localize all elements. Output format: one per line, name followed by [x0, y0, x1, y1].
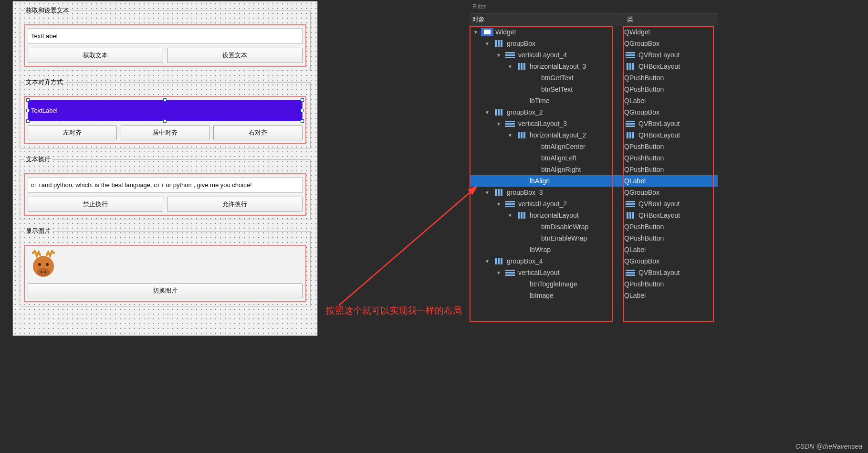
- tree-row[interactable]: ▼verticalLayout_3QVBoxLayout: [470, 118, 718, 129]
- resize-handle[interactable]: [26, 98, 30, 102]
- layout-box: c++and python, which. is the best langua…: [24, 173, 306, 216]
- object-inspector: Filter 对象 类 ▼WidgetQWidget▼groupBoxQGrou…: [470, 0, 718, 334]
- vlayout-icon: [504, 200, 516, 208]
- object-name: lbTime: [530, 97, 550, 105]
- hlayout-icon: [492, 40, 505, 47]
- expand-toggle[interactable]: ▼: [484, 41, 491, 46]
- class-name: QPushButton: [624, 85, 664, 93]
- expand-toggle[interactable]: ▼: [507, 133, 513, 138]
- expand-toggle[interactable]: ▼: [495, 270, 502, 275]
- groupbox-title: 获取和设置文本: [24, 6, 71, 15]
- vlayout-icon: [624, 51, 637, 59]
- tree-row[interactable]: lbWrapQLabel: [470, 244, 718, 255]
- tree-row[interactable]: lbImageQLabel: [470, 290, 718, 301]
- object-name: groupBox: [507, 40, 535, 47]
- groupbox-image: 显示图片 切换图片: [20, 227, 311, 306]
- vlayout-icon: [624, 269, 637, 276]
- btn-enable-wrap[interactable]: 允许换行: [167, 197, 303, 212]
- tree-row[interactable]: ▼groupBox_2QGroupBox: [470, 106, 718, 118]
- expand-toggle[interactable]: ▼: [472, 30, 479, 35]
- tree-row[interactable]: ▼horizontalLayoutQHBoxLayout: [470, 210, 718, 221]
- hlayout-icon: [624, 63, 637, 70]
- tree-row[interactable]: btnToggleImageQPushButton: [470, 278, 718, 290]
- expand-toggle[interactable]: ▼: [507, 64, 513, 69]
- class-name: QWidget: [624, 28, 650, 36]
- expand-toggle[interactable]: ▼: [484, 190, 491, 195]
- resize-handle[interactable]: [26, 119, 30, 123]
- hlayout-icon: [624, 131, 637, 139]
- expand-toggle[interactable]: ▼: [495, 53, 502, 58]
- tree-row[interactable]: btnAlignCenterQPushButton: [470, 141, 718, 152]
- groupbox-align: 文本对齐方式 TextLabel 左对齐 居中对齐 右对齐: [20, 78, 311, 148]
- svg-line-6: [339, 186, 477, 306]
- object-name: btnEnableWrap: [541, 234, 587, 242]
- expand-toggle[interactable]: ▼: [484, 110, 491, 115]
- expand-toggle[interactable]: ▼: [495, 121, 502, 126]
- resize-handle[interactable]: [301, 98, 304, 102]
- designer-canvas: 获取和设置文本 TextLabel 获取文本 设置文本 文本对齐方式 TextL…: [12, 1, 318, 336]
- tree-row[interactable]: lbAlignQLabel: [470, 175, 718, 187]
- btn-set-text[interactable]: 设置文本: [167, 48, 303, 63]
- class-name: QHBoxLayout: [638, 131, 680, 139]
- object-name: verticalLayout: [518, 269, 559, 276]
- vlayout-icon: [504, 269, 516, 276]
- svg-point-3: [46, 263, 49, 266]
- moose-icon: [28, 249, 59, 280]
- inspector-header: 对象 类: [470, 13, 718, 26]
- object-name: btnAlignLeft: [541, 154, 576, 162]
- tree-row[interactable]: btnAlignRightQPushButton: [470, 164, 718, 175]
- resize-handle[interactable]: [163, 98, 167, 102]
- hlayout-icon: [515, 131, 528, 139]
- expand-toggle[interactable]: ▼: [507, 213, 513, 218]
- tree-row[interactable]: btnAlignLeftQPushButton: [470, 152, 718, 164]
- btn-align-center[interactable]: 居中对齐: [121, 125, 210, 140]
- groupbox-title: 显示图片: [24, 227, 52, 235]
- tree-row[interactable]: ▼groupBoxQGroupBox: [470, 38, 718, 49]
- expand-toggle[interactable]: ▼: [484, 259, 491, 264]
- btn-get-text[interactable]: 获取文本: [28, 48, 163, 63]
- object-name: btnAlignRight: [541, 166, 581, 173]
- tree-row[interactable]: ▼groupBox_3QGroupBox: [470, 187, 718, 198]
- expand-toggle[interactable]: ▼: [495, 201, 502, 207]
- btn-toggle-image[interactable]: 切换图片: [28, 283, 303, 298]
- selected-label[interactable]: TextLabel: [28, 100, 303, 121]
- resize-handle[interactable]: [163, 119, 167, 123]
- object-tree[interactable]: ▼WidgetQWidget▼groupBoxQGroupBox▼vertica…: [470, 26, 718, 301]
- tree-row[interactable]: btnEnableWrapQPushButton: [470, 232, 718, 244]
- column-object[interactable]: 对象: [470, 13, 624, 26]
- tree-row[interactable]: ▼groupBox_4QGroupBox: [470, 255, 718, 267]
- object-name: lbImage: [530, 292, 554, 299]
- class-name: QPushButton: [624, 74, 664, 82]
- class-name: QGroupBox: [624, 40, 659, 47]
- object-name: btnDisableWrap: [541, 223, 588, 231]
- tree-row[interactable]: lbTimeQLabel: [470, 95, 718, 106]
- object-name: lbWrap: [530, 246, 551, 253]
- tree-row[interactable]: btnGetTextQPushButton: [470, 72, 718, 84]
- class-name: QLabel: [624, 246, 646, 253]
- btn-align-right[interactable]: 右对齐: [213, 125, 303, 140]
- class-name: QPushButton: [624, 280, 664, 288]
- tree-row[interactable]: btnDisableWrapQPushButton: [470, 221, 718, 232]
- tree-row[interactable]: ▼horizontalLayout_3QHBoxLayout: [470, 61, 718, 72]
- tree-row[interactable]: ▼WidgetQWidget: [470, 26, 718, 38]
- tree-row[interactable]: btnSetTextQPushButton: [470, 84, 718, 95]
- filter-input[interactable]: Filter: [470, 0, 718, 13]
- column-class[interactable]: 类: [624, 13, 718, 26]
- btn-align-left[interactable]: 左对齐: [28, 125, 117, 140]
- tree-row[interactable]: ▼verticalLayoutQVBoxLayout: [470, 267, 718, 278]
- vlayout-icon: [504, 120, 516, 127]
- layout-box: 切换图片: [24, 245, 306, 302]
- text-label: TextLabel: [28, 28, 303, 44]
- class-name: QVBoxLayout: [638, 51, 680, 59]
- resize-handle[interactable]: [26, 109, 30, 112]
- widget-icon: [481, 28, 493, 36]
- object-name: lbAlign: [530, 177, 550, 185]
- object-name: verticalLayout_2: [518, 200, 567, 208]
- tree-row[interactable]: ▼horizontalLayout_2QHBoxLayout: [470, 129, 718, 141]
- resize-handle[interactable]: [301, 119, 304, 123]
- btn-disable-wrap[interactable]: 禁止换行: [28, 197, 163, 212]
- tree-row[interactable]: ▼verticalLayout_4QVBoxLayout: [470, 49, 718, 61]
- class-name: QHBoxLayout: [638, 63, 680, 70]
- resize-handle[interactable]: [301, 109, 304, 112]
- tree-row[interactable]: ▼verticalLayout_2QVBoxLayout: [470, 198, 718, 210]
